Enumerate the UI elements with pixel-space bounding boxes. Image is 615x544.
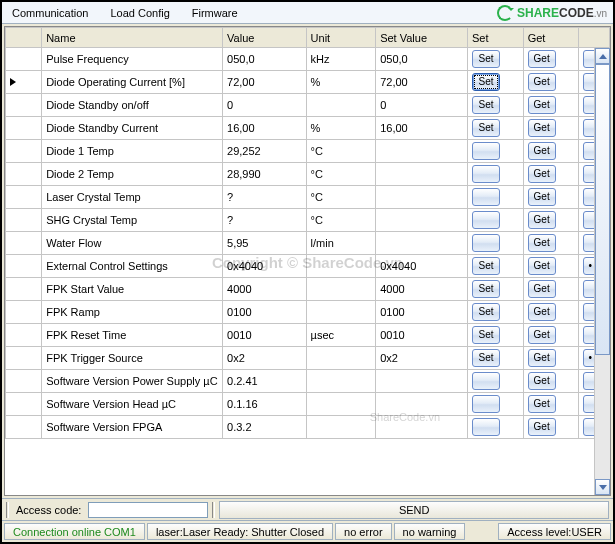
row-header[interactable]: [6, 301, 42, 324]
set-button[interactable]: Set: [472, 303, 500, 321]
table-row[interactable]: Diode Operating Current [%]72,00%72,00Se…: [6, 71, 610, 94]
get-button[interactable]: Get: [528, 211, 556, 229]
cell-value[interactable]: 0: [223, 94, 307, 117]
cell-value[interactable]: 4000: [223, 278, 307, 301]
cell-name[interactable]: External Control Settings: [42, 255, 223, 278]
cell-value[interactable]: 16,00: [223, 117, 307, 140]
row-header[interactable]: [6, 140, 42, 163]
table-row[interactable]: Diode 2 Temp28,990°C Get: [6, 163, 610, 186]
scroll-track[interactable]: [595, 64, 610, 479]
cell-setvalue[interactable]: [376, 140, 468, 163]
set-button[interactable]: Set: [472, 50, 500, 68]
get-button[interactable]: Get: [528, 234, 556, 252]
cell-setvalue[interactable]: [376, 186, 468, 209]
get-button[interactable]: Get: [528, 280, 556, 298]
row-header[interactable]: [6, 255, 42, 278]
table-row[interactable]: External Control Settings0x40400x4040Set…: [6, 255, 610, 278]
set-button-empty[interactable]: [472, 165, 500, 183]
get-button[interactable]: Get: [528, 188, 556, 206]
set-button[interactable]: Set: [472, 96, 500, 114]
table-row[interactable]: Pulse Frequency050,0kHz050,0SetGet: [6, 48, 610, 71]
set-button[interactable]: Set: [472, 349, 500, 367]
cell-value[interactable]: 0010: [223, 324, 307, 347]
cell-value[interactable]: 0.1.16: [223, 393, 307, 416]
cell-value[interactable]: 0x2: [223, 347, 307, 370]
cell-setvalue[interactable]: 0x2: [376, 347, 468, 370]
cell-value[interactable]: 29,252: [223, 140, 307, 163]
set-button-empty[interactable]: [472, 211, 500, 229]
get-button[interactable]: Get: [528, 418, 556, 436]
cell-name[interactable]: Diode Standby Current: [42, 117, 223, 140]
get-button[interactable]: Get: [528, 372, 556, 390]
row-header[interactable]: [6, 209, 42, 232]
set-button[interactable]: Set: [472, 326, 500, 344]
menu-firmware[interactable]: Firmware: [188, 6, 242, 20]
cell-value[interactable]: 0x4040: [223, 255, 307, 278]
cell-setvalue[interactable]: [376, 370, 468, 393]
row-header[interactable]: [6, 186, 42, 209]
table-row[interactable]: Software Version FPGA0.3.2 Get: [6, 416, 610, 439]
set-button[interactable]: Set: [472, 280, 500, 298]
row-header[interactable]: [6, 117, 42, 140]
cell-setvalue[interactable]: [376, 393, 468, 416]
cell-name[interactable]: Laser Crystal Temp: [42, 186, 223, 209]
cell-setvalue[interactable]: 0100: [376, 301, 468, 324]
cell-name[interactable]: Diode Standby on/off: [42, 94, 223, 117]
cell-setvalue[interactable]: 4000: [376, 278, 468, 301]
row-header[interactable]: [6, 71, 42, 94]
cell-setvalue[interactable]: [376, 209, 468, 232]
cell-setvalue[interactable]: 16,00: [376, 117, 468, 140]
set-button[interactable]: Set: [472, 73, 500, 91]
table-row[interactable]: Diode 1 Temp29,252°C Get: [6, 140, 610, 163]
table-row[interactable]: SHG Crystal Temp?°C Get: [6, 209, 610, 232]
vertical-scrollbar[interactable]: [594, 48, 610, 495]
get-button[interactable]: Get: [528, 142, 556, 160]
data-grid[interactable]: Name Value Unit Set Value Set Get Pulse …: [5, 27, 610, 439]
cell-value[interactable]: ?: [223, 186, 307, 209]
header-get[interactable]: Get: [523, 28, 579, 48]
table-row[interactable]: Diode Standby Current16,00%16,00SetGet: [6, 117, 610, 140]
cell-setvalue[interactable]: 0: [376, 94, 468, 117]
table-row[interactable]: Diode Standby on/off00SetGet: [6, 94, 610, 117]
get-button[interactable]: Get: [528, 303, 556, 321]
cell-name[interactable]: Software Version Power Supply µC: [42, 370, 223, 393]
get-button[interactable]: Get: [528, 96, 556, 114]
row-header[interactable]: [6, 370, 42, 393]
cell-name[interactable]: Pulse Frequency: [42, 48, 223, 71]
set-button-empty[interactable]: [472, 395, 500, 413]
set-button-empty[interactable]: [472, 418, 500, 436]
row-header[interactable]: [6, 416, 42, 439]
row-header[interactable]: [6, 278, 42, 301]
cell-name[interactable]: Diode 2 Temp: [42, 163, 223, 186]
scroll-up-button[interactable]: [595, 48, 610, 64]
get-button[interactable]: Get: [528, 73, 556, 91]
header-value[interactable]: Value: [223, 28, 307, 48]
cell-name[interactable]: FPK Trigger Source: [42, 347, 223, 370]
scroll-down-button[interactable]: [595, 479, 610, 495]
table-row[interactable]: FPK Trigger Source0x20x2SetGet•: [6, 347, 610, 370]
set-button-empty[interactable]: [472, 234, 500, 252]
menu-load-config[interactable]: Load Config: [106, 6, 173, 20]
set-button-empty[interactable]: [472, 188, 500, 206]
row-header[interactable]: [6, 324, 42, 347]
get-button[interactable]: Get: [528, 349, 556, 367]
set-button[interactable]: Set: [472, 119, 500, 137]
get-button[interactable]: Get: [528, 395, 556, 413]
row-header[interactable]: [6, 94, 42, 117]
cell-value[interactable]: ?: [223, 209, 307, 232]
access-code-input[interactable]: [88, 502, 208, 518]
get-button[interactable]: Get: [528, 50, 556, 68]
cell-name[interactable]: FPK Ramp: [42, 301, 223, 324]
cell-value[interactable]: 0.2.41: [223, 370, 307, 393]
cell-setvalue[interactable]: [376, 163, 468, 186]
cell-name[interactable]: Diode Operating Current [%]: [42, 71, 223, 94]
header-set[interactable]: Set: [468, 28, 524, 48]
table-row[interactable]: FPK Reset Time0010µsec0010SetGet: [6, 324, 610, 347]
cell-setvalue[interactable]: [376, 416, 468, 439]
set-button-empty[interactable]: [472, 142, 500, 160]
table-row[interactable]: Laser Crystal Temp?°C Get: [6, 186, 610, 209]
row-header[interactable]: [6, 48, 42, 71]
table-row[interactable]: Water Flow5,95l/min Get: [6, 232, 610, 255]
cell-name[interactable]: Water Flow: [42, 232, 223, 255]
cell-value[interactable]: 28,990: [223, 163, 307, 186]
